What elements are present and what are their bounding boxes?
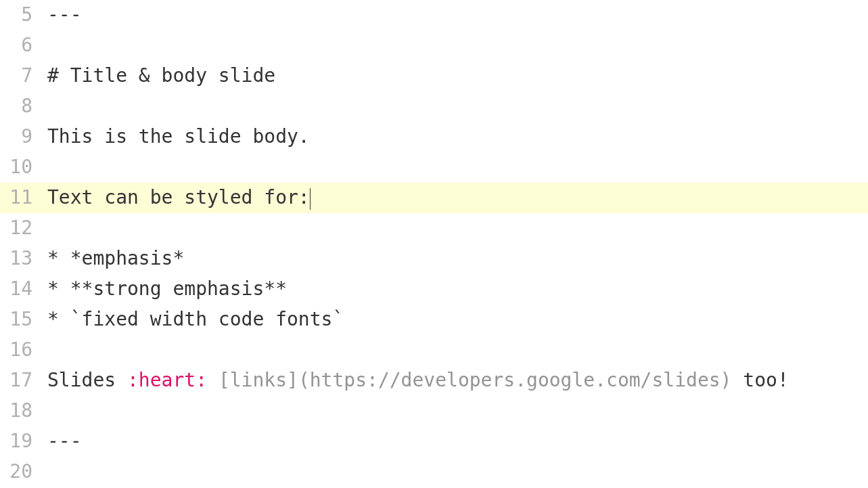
line-content[interactable]: Text can be styled for:: [47, 183, 311, 213]
editor-line[interactable]: 14* **strong emphasis**: [0, 274, 868, 305]
line-content[interactable]: ---: [47, 0, 82, 30]
editor-line[interactable]: 15* `fixed width code fonts`: [0, 305, 868, 335]
code-segment: :heart:: [127, 369, 207, 391]
line-number: 10: [0, 152, 47, 183]
line-number: 11: [0, 183, 47, 213]
editor-line[interactable]: 6: [0, 30, 868, 61]
code-segment: Text can be styled for:: [47, 186, 310, 208]
code-segment: ---: [47, 3, 82, 26]
line-number: 14: [0, 274, 47, 305]
code-segment: Slides: [47, 369, 127, 391]
code-segment: [links](https://developers.google.com/sl…: [219, 369, 732, 391]
editor-line[interactable]: 9This is the slide body.: [0, 122, 868, 152]
line-number: 16: [0, 335, 47, 365]
editor-line[interactable]: 16: [0, 335, 868, 365]
line-number: 13: [0, 244, 47, 274]
line-content[interactable]: This is the slide body.: [47, 122, 310, 152]
text-cursor: [310, 188, 311, 210]
editor-line[interactable]: 12: [0, 213, 868, 244]
editor-line[interactable]: 8: [0, 91, 868, 122]
line-number: 20: [0, 457, 47, 487]
editor-line[interactable]: 19---: [0, 426, 868, 457]
code-segment: too!: [731, 369, 788, 391]
line-number: 9: [0, 122, 47, 152]
line-number: 18: [0, 396, 47, 426]
code-segment: * **strong emphasis**: [47, 278, 287, 300]
line-number: 17: [0, 365, 47, 396]
editor-line[interactable]: 10: [0, 152, 868, 183]
code-segment: * *emphasis*: [47, 247, 184, 269]
line-number: 12: [0, 213, 47, 244]
line-content[interactable]: ---: [47, 426, 82, 457]
line-content[interactable]: * *emphasis*: [47, 244, 184, 274]
line-number: 7: [0, 61, 47, 91]
code-segment: * `fixed width code fonts`: [47, 308, 344, 330]
editor-line[interactable]: 17Slides :heart: [links](https://develop…: [0, 365, 868, 396]
editor-line[interactable]: 7# Title & body slide: [0, 61, 868, 91]
code-segment: # Title & body slide: [47, 64, 275, 87]
editor-line[interactable]: 13* *emphasis*: [0, 244, 868, 274]
line-content[interactable]: # Title & body slide: [47, 61, 275, 91]
line-number: 15: [0, 305, 47, 335]
editor-line[interactable]: 11Text can be styled for:: [0, 183, 868, 213]
code-editor[interactable]: 5---67# Title & body slide89This is the …: [0, 0, 868, 487]
line-content[interactable]: * **strong emphasis**: [47, 274, 287, 305]
code-segment: This is the slide body.: [47, 125, 310, 148]
code-segment: [207, 369, 219, 391]
editor-line[interactable]: 18: [0, 396, 868, 426]
editor-line[interactable]: 20: [0, 457, 868, 487]
code-segment: ---: [47, 430, 82, 452]
line-number: 8: [0, 91, 47, 122]
line-number: 6: [0, 30, 47, 61]
line-content[interactable]: Slides :heart: [links](https://developer…: [47, 365, 789, 396]
line-number: 19: [0, 426, 47, 457]
line-number: 5: [0, 0, 47, 30]
line-content[interactable]: * `fixed width code fonts`: [47, 305, 344, 335]
editor-line[interactable]: 5---: [0, 0, 868, 30]
